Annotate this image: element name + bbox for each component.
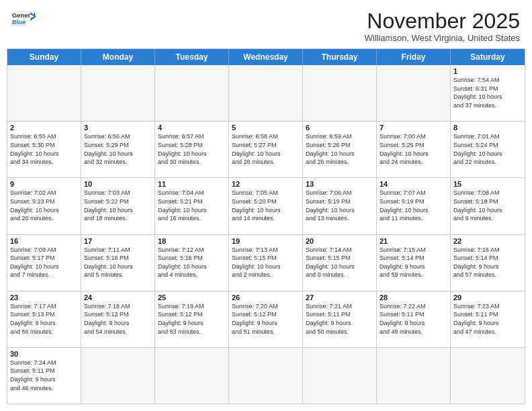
day-cell: 28Sunrise: 7:22 AM Sunset: 5:11 PM Dayli… xyxy=(377,291,451,347)
day-info: Sunrise: 7:14 AM Sunset: 5:15 PM Dayligh… xyxy=(306,246,373,279)
day-number: 4 xyxy=(158,124,226,132)
day-cell: 6Sunrise: 6:59 AM Sunset: 5:26 PM Daylig… xyxy=(303,122,377,177)
day-number: 2 xyxy=(10,124,78,132)
day-cell: 30Sunrise: 7:24 AM Sunset: 5:11 PM Dayli… xyxy=(7,348,81,404)
day-cell xyxy=(377,348,451,404)
day-cell xyxy=(81,348,155,404)
day-number: 18 xyxy=(158,237,226,245)
day-cell: 9Sunrise: 7:02 AM Sunset: 5:23 PM Daylig… xyxy=(7,178,81,234)
day-header-saturday: Saturday xyxy=(451,49,525,65)
day-cell: 27Sunrise: 7:21 AM Sunset: 5:11 PM Dayli… xyxy=(303,291,377,347)
day-number: 13 xyxy=(306,180,373,188)
day-number: 26 xyxy=(232,293,300,302)
location: Williamson, West Virginia, United States xyxy=(365,33,520,43)
day-info: Sunrise: 7:07 AM Sunset: 5:19 PM Dayligh… xyxy=(380,189,447,222)
day-info: Sunrise: 7:16 AM Sunset: 5:14 PM Dayligh… xyxy=(453,246,522,279)
day-number: 9 xyxy=(10,180,78,188)
generalblue-logo-icon: General Blue xyxy=(12,9,36,28)
day-info: Sunrise: 7:02 AM Sunset: 5:23 PM Dayligh… xyxy=(10,189,78,222)
day-number: 16 xyxy=(10,237,78,245)
day-info: Sunrise: 7:12 AM Sunset: 5:16 PM Dayligh… xyxy=(158,246,226,279)
day-number: 6 xyxy=(306,124,373,132)
day-info: Sunrise: 7:03 AM Sunset: 5:22 PM Dayligh… xyxy=(84,189,152,222)
day-info: Sunrise: 6:56 AM Sunset: 5:29 PM Dayligh… xyxy=(84,132,152,166)
day-cell: 29Sunrise: 7:23 AM Sunset: 5:11 PM Dayli… xyxy=(451,291,525,347)
day-info: Sunrise: 7:00 AM Sunset: 5:25 PM Dayligh… xyxy=(380,132,447,166)
day-number: 3 xyxy=(84,124,152,132)
page: General Blue November 2025 Williamson, W… xyxy=(0,0,532,411)
day-info: Sunrise: 6:59 AM Sunset: 5:26 PM Dayligh… xyxy=(306,132,373,166)
calendar-body: 1Sunrise: 7:54 AM Sunset: 6:31 PM Daylig… xyxy=(7,65,525,404)
day-info: Sunrise: 7:06 AM Sunset: 5:19 PM Dayligh… xyxy=(306,189,373,222)
day-info: Sunrise: 7:20 AM Sunset: 5:12 PM Dayligh… xyxy=(232,302,300,336)
day-info: Sunrise: 7:21 AM Sunset: 5:11 PM Dayligh… xyxy=(306,302,373,336)
day-number: 17 xyxy=(84,237,152,245)
day-cell xyxy=(155,65,229,121)
logo: General Blue xyxy=(12,9,36,28)
day-cell xyxy=(451,348,525,404)
day-cell: 3Sunrise: 6:56 AM Sunset: 5:29 PM Daylig… xyxy=(81,122,155,177)
day-number: 29 xyxy=(453,293,522,302)
day-info: Sunrise: 7:13 AM Sunset: 5:15 PM Dayligh… xyxy=(232,246,300,279)
header: General Blue November 2025 Williamson, W… xyxy=(0,0,532,48)
day-info: Sunrise: 7:08 AM Sunset: 5:18 PM Dayligh… xyxy=(453,189,522,222)
svg-text:Blue: Blue xyxy=(12,19,26,26)
day-cell: 24Sunrise: 7:18 AM Sunset: 5:13 PM Dayli… xyxy=(81,291,155,347)
day-cell xyxy=(229,65,303,121)
day-cell: 16Sunrise: 7:09 AM Sunset: 5:17 PM Dayli… xyxy=(7,235,81,291)
day-cell: 5Sunrise: 6:58 AM Sunset: 5:27 PM Daylig… xyxy=(229,122,303,177)
week-row-5: 30Sunrise: 7:24 AM Sunset: 5:11 PM Dayli… xyxy=(7,348,525,404)
day-cell: 13Sunrise: 7:06 AM Sunset: 5:19 PM Dayli… xyxy=(303,178,377,234)
day-info: Sunrise: 7:24 AM Sunset: 5:11 PM Dayligh… xyxy=(10,359,78,392)
day-cell: 4Sunrise: 6:57 AM Sunset: 5:28 PM Daylig… xyxy=(155,122,229,177)
day-cell: 21Sunrise: 7:15 AM Sunset: 5:14 PM Dayli… xyxy=(377,235,451,291)
day-number: 23 xyxy=(10,293,78,302)
day-cell: 19Sunrise: 7:13 AM Sunset: 5:15 PM Dayli… xyxy=(229,235,303,291)
week-row-0: 1Sunrise: 7:54 AM Sunset: 6:31 PM Daylig… xyxy=(7,65,525,122)
day-headers: SundayMondayTuesdayWednesdayThursdayFrid… xyxy=(7,49,525,65)
day-number: 15 xyxy=(453,180,522,188)
calendar: SundayMondayTuesdayWednesdayThursdayFrid… xyxy=(7,48,525,404)
day-number: 8 xyxy=(453,124,522,132)
day-header-friday: Friday xyxy=(377,49,451,65)
day-cell: 1Sunrise: 7:54 AM Sunset: 6:31 PM Daylig… xyxy=(451,65,525,121)
day-header-tuesday: Tuesday xyxy=(155,49,229,65)
day-number: 30 xyxy=(10,350,78,358)
month-title: November 2025 xyxy=(365,9,520,33)
day-info: Sunrise: 7:54 AM Sunset: 6:31 PM Dayligh… xyxy=(453,76,522,109)
week-row-4: 23Sunrise: 7:17 AM Sunset: 5:13 PM Dayli… xyxy=(7,291,525,348)
day-header-thursday: Thursday xyxy=(303,49,377,65)
day-info: Sunrise: 7:17 AM Sunset: 5:13 PM Dayligh… xyxy=(10,302,78,336)
day-cell xyxy=(377,65,451,121)
day-cell xyxy=(303,348,377,404)
week-row-3: 16Sunrise: 7:09 AM Sunset: 5:17 PM Dayli… xyxy=(7,235,525,291)
day-number: 12 xyxy=(232,180,300,188)
day-number: 27 xyxy=(306,293,373,302)
day-cell: 18Sunrise: 7:12 AM Sunset: 5:16 PM Dayli… xyxy=(155,235,229,291)
day-info: Sunrise: 7:18 AM Sunset: 5:13 PM Dayligh… xyxy=(84,302,152,336)
day-info: Sunrise: 7:11 AM Sunset: 5:16 PM Dayligh… xyxy=(84,246,152,279)
day-info: Sunrise: 6:57 AM Sunset: 5:28 PM Dayligh… xyxy=(158,132,226,166)
day-info: Sunrise: 7:15 AM Sunset: 5:14 PM Dayligh… xyxy=(380,246,447,279)
day-number: 1 xyxy=(453,67,522,75)
day-cell xyxy=(303,65,377,121)
day-number: 22 xyxy=(453,237,522,245)
day-cell: 11Sunrise: 7:04 AM Sunset: 5:21 PM Dayli… xyxy=(155,178,229,234)
day-cell: 8Sunrise: 7:01 AM Sunset: 5:24 PM Daylig… xyxy=(451,122,525,177)
day-info: Sunrise: 6:55 AM Sunset: 5:30 PM Dayligh… xyxy=(10,132,78,166)
day-number: 20 xyxy=(306,237,373,245)
day-cell: 2Sunrise: 6:55 AM Sunset: 5:30 PM Daylig… xyxy=(7,122,81,177)
day-cell: 25Sunrise: 7:19 AM Sunset: 5:12 PM Dayli… xyxy=(155,291,229,347)
day-number: 19 xyxy=(232,237,300,245)
day-number: 10 xyxy=(84,180,152,188)
day-header-monday: Monday xyxy=(81,49,155,65)
day-number: 5 xyxy=(232,124,300,132)
day-cell: 14Sunrise: 7:07 AM Sunset: 5:19 PM Dayli… xyxy=(377,178,451,234)
day-number: 21 xyxy=(380,237,447,245)
title-block: November 2025 Williamson, West Virginia,… xyxy=(365,9,520,43)
day-cell xyxy=(81,65,155,121)
day-cell: 23Sunrise: 7:17 AM Sunset: 5:13 PM Dayli… xyxy=(7,291,81,347)
day-number: 28 xyxy=(380,293,447,302)
day-cell: 15Sunrise: 7:08 AM Sunset: 5:18 PM Dayli… xyxy=(451,178,525,234)
day-info: Sunrise: 7:04 AM Sunset: 5:21 PM Dayligh… xyxy=(158,189,226,222)
